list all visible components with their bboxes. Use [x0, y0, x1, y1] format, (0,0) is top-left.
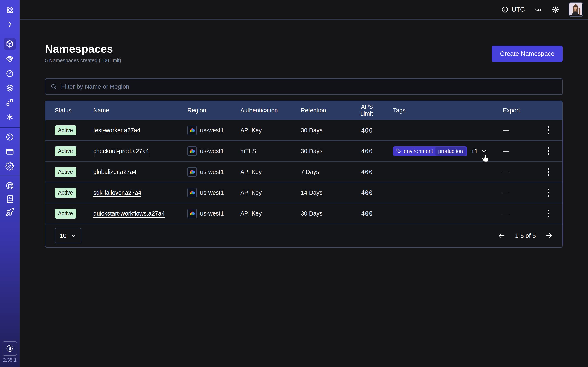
theme-toggle-button[interactable] — [552, 6, 559, 13]
gcp-cloud-icon — [187, 167, 197, 176]
chevron-down-icon — [71, 233, 77, 239]
sidebar-item-deployments[interactable] — [0, 97, 20, 108]
auth-value: API Key — [240, 127, 301, 134]
row-menu-kebab-icon[interactable] — [546, 208, 551, 218]
namespace-link[interactable]: sdk-failover.a27a4 — [93, 189, 141, 196]
sidebar-item-nexus[interactable] — [0, 112, 20, 123]
row-menu-kebab-icon[interactable] — [546, 188, 551, 198]
row-menu-kebab-icon[interactable] — [546, 125, 551, 135]
namespace-link[interactable]: checkout-prod.a27a4 — [93, 148, 149, 154]
namespaces-table: Status Name Region Authentication Retent… — [45, 100, 563, 248]
region-label: us-west1 — [200, 127, 224, 134]
page-header: Namespaces 5 Namespaces created (100 lim… — [45, 42, 563, 63]
tag-icon — [396, 149, 401, 154]
col-region: Region — [187, 107, 240, 114]
svg-text:$: $ — [9, 346, 11, 351]
col-name: Name — [93, 107, 187, 114]
sun-icon — [552, 6, 559, 13]
clock-icon — [501, 6, 509, 13]
row-menu-kebab-icon[interactable] — [546, 146, 551, 156]
auth-value: API Key — [240, 210, 301, 217]
export-value: — — [503, 189, 544, 196]
sidebar-item-docs[interactable] — [0, 194, 20, 204]
gcp-cloud-icon — [187, 146, 197, 156]
tag-value: production — [435, 147, 466, 156]
row-menu-kebab-icon[interactable] — [546, 167, 551, 177]
arrow-left-icon — [498, 232, 506, 240]
sidebar-item-support[interactable] — [0, 180, 20, 191]
namespace-link[interactable]: quickstart-workflows.a27a4 — [93, 210, 165, 217]
retention-value: 30 Days — [301, 148, 347, 155]
sidebar: $ 2.35.1 — [0, 0, 20, 367]
search-icon — [50, 83, 57, 90]
read-only-mode-button[interactable] — [534, 6, 542, 14]
prev-page-button[interactable] — [498, 232, 506, 240]
sidebar-item-settings[interactable] — [0, 161, 20, 171]
region-label: us-west1 — [200, 189, 224, 196]
table-pagination: 10 1-5 of 5 — [45, 224, 562, 247]
asterisk-icon — [5, 113, 14, 122]
tag-pill[interactable]: environment production — [393, 146, 467, 156]
sidebar-divider — [0, 175, 20, 176]
badge-dollar-icon: $ — [3, 341, 17, 356]
main-content: Namespaces 5 Namespaces created (100 lim… — [20, 20, 588, 367]
table-row: Active quickstart-workflows.a27a4 us-wes… — [45, 203, 562, 224]
sidebar-item-namespaces[interactable] — [0, 38, 20, 50]
retention-value: 14 Days — [301, 189, 347, 196]
table-header: Status Name Region Authentication Retent… — [45, 101, 562, 120]
auth-value: API Key — [240, 189, 301, 196]
table-row: Active globalizer.a27a4 us-west1 API Key… — [45, 161, 562, 182]
sidebar-item-schedules[interactable] — [0, 68, 20, 79]
status-badge: Active — [55, 188, 76, 198]
search-input[interactable] — [61, 83, 557, 90]
auth-value: mTLS — [240, 148, 301, 155]
sidebar-item-usage[interactable] — [0, 132, 20, 142]
billing-badge-button[interactable]: $ — [0, 342, 20, 355]
filter-search[interactable] — [45, 78, 563, 95]
sidebar-expand-chevron-icon[interactable] — [0, 19, 20, 30]
book-sparkles-icon — [5, 194, 14, 203]
aps-value: 400 — [347, 148, 373, 155]
aps-value: 400 — [347, 189, 373, 196]
export-value: — — [503, 168, 544, 175]
create-namespace-button[interactable]: Create Namespace — [492, 46, 563, 62]
user-avatar[interactable] — [569, 2, 583, 17]
col-aps-limit: APS Limit — [347, 104, 373, 117]
sidebar-item-stacks[interactable] — [0, 83, 20, 93]
col-tags: Tags — [373, 107, 503, 114]
eye-spiral-icon — [5, 54, 14, 63]
active-item-highlight — [4, 38, 16, 50]
timezone-button[interactable]: UTC — [501, 6, 525, 13]
aps-value: 400 — [347, 127, 373, 134]
sidebar-item-billing[interactable] — [0, 146, 20, 157]
gcp-cloud-icon — [187, 209, 197, 218]
gcp-cloud-icon — [187, 125, 197, 135]
namespace-link[interactable]: globalizer.a27a4 — [93, 169, 136, 175]
table-row: Active sdk-failover.a27a4 us-west1 API K… — [45, 182, 562, 203]
retention-value: 30 Days — [301, 127, 347, 134]
next-page-button[interactable] — [545, 232, 553, 240]
export-value: — — [503, 127, 544, 134]
cube-icon — [5, 39, 14, 48]
tag-more-count: +1 — [471, 148, 478, 154]
page-size-select[interactable]: 10 — [55, 228, 81, 243]
export-value: — — [503, 148, 544, 155]
gauge-icon — [5, 133, 14, 142]
workflow-branch-icon — [5, 98, 14, 107]
temporal-logo-icon — [0, 5, 20, 16]
region-label: us-west1 — [200, 210, 224, 217]
status-badge: Active — [55, 209, 76, 218]
sidebar-item-observability[interactable] — [0, 53, 20, 64]
namespace-link[interactable]: test-worker.a27a4 — [93, 127, 140, 133]
sidebar-item-getting-started[interactable] — [0, 207, 20, 217]
glasses-icon — [534, 6, 542, 14]
timezone-label: UTC — [512, 6, 525, 13]
rocket-icon — [5, 208, 14, 217]
retention-value: 7 Days — [301, 169, 347, 175]
pagination-range: 1-5 of 5 — [515, 232, 536, 239]
sidebar-divider — [0, 127, 20, 128]
chevron-down-icon[interactable] — [481, 148, 487, 154]
credit-card-icon — [5, 147, 14, 156]
retention-value: 30 Days — [301, 210, 347, 217]
arrow-right-icon — [545, 232, 553, 240]
